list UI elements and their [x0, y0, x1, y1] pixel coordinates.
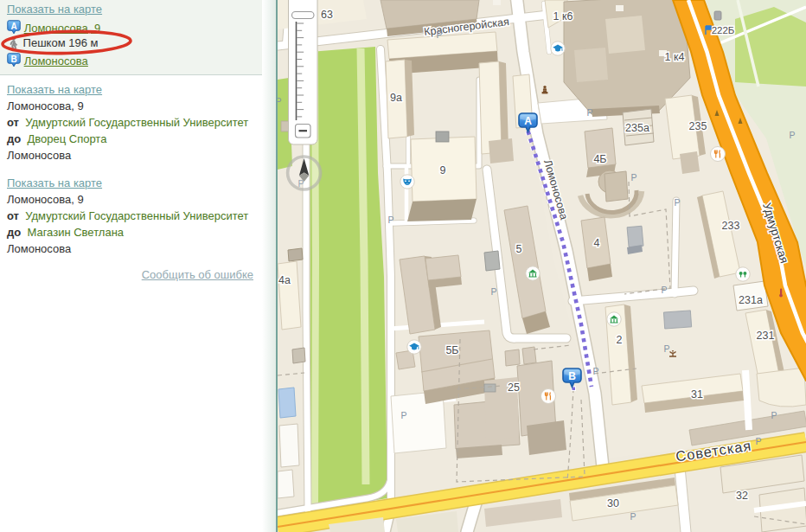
- svg-text:25: 25: [508, 381, 520, 394]
- svg-text:4а: 4а: [278, 274, 291, 286]
- svg-text:31: 31: [691, 388, 703, 401]
- svg-text:233: 233: [722, 220, 740, 232]
- svg-text:Р: Р: [755, 436, 761, 446]
- svg-text:1 к6: 1 к6: [553, 10, 573, 22]
- svg-text:Р: Р: [592, 366, 598, 376]
- svg-text:32: 32: [736, 490, 748, 502]
- svg-text:30: 30: [607, 497, 619, 510]
- svg-text:Р: Р: [630, 511, 636, 522]
- svg-text:1 к4: 1 к4: [665, 51, 685, 63]
- svg-text:9а: 9а: [390, 92, 402, 104]
- svg-text:4Б: 4Б: [593, 153, 606, 165]
- svg-text:Р: Р: [387, 215, 393, 225]
- svg-text:5Б: 5Б: [445, 344, 458, 356]
- svg-text:222Б: 222Б: [712, 25, 735, 35]
- svg-text:Р: Р: [400, 410, 406, 420]
- svg-text:А: А: [524, 115, 532, 127]
- svg-text:235: 235: [689, 120, 707, 132]
- svg-text:Р: Р: [789, 130, 795, 140]
- svg-text:Р: Р: [436, 29, 442, 40]
- svg-text:4: 4: [594, 237, 600, 249]
- svg-text:В: В: [568, 370, 576, 382]
- svg-text:Р: Р: [586, 107, 592, 118]
- svg-text:Р: Р: [674, 197, 680, 208]
- svg-text:Р: Р: [663, 343, 669, 354]
- svg-text:Р: Р: [661, 285, 667, 295]
- svg-text:Р: Р: [771, 410, 777, 420]
- svg-text:Р: Р: [490, 286, 496, 297]
- svg-text:2: 2: [617, 334, 623, 346]
- svg-text:9: 9: [440, 164, 446, 176]
- svg-text:Р: Р: [278, 96, 282, 106]
- svg-text:231: 231: [757, 330, 775, 342]
- svg-text:5: 5: [516, 243, 522, 255]
- svg-text:63: 63: [321, 9, 333, 21]
- svg-text:235а: 235а: [625, 122, 649, 134]
- svg-text:231а: 231а: [739, 294, 763, 306]
- svg-text:Р: Р: [630, 172, 636, 183]
